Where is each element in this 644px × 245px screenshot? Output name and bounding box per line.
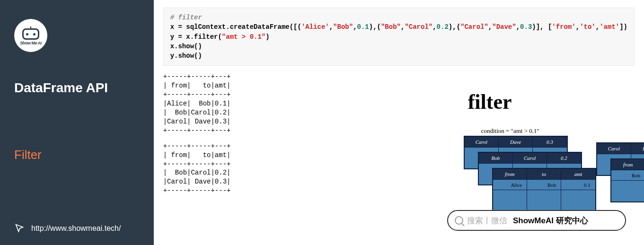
content: # filter x = sqlContext.createDataFrame(… (154, 0, 644, 245)
output-table-x: +-----+-----+---+ | from| to|amt| +-----… (163, 72, 635, 135)
logo-text: Show Me AI (20, 41, 41, 45)
stack-left: CarolDave0.3 BobCarol0.2 fromtoamt Alice… (464, 136, 596, 221)
search-icon (455, 216, 463, 225)
diagram-title: filter (468, 90, 512, 114)
logo: Show Me AI (14, 19, 140, 52)
stack-right: CarolDave0.3 fromtoamt BobCarol0.2 (596, 142, 644, 218)
footer: http://www.showmeai.tech/ (14, 223, 121, 234)
page-title: DataFrame API (14, 80, 140, 96)
sidebar: Show Me AI DataFrame API Filter http://w… (0, 0, 154, 245)
diagram-condition: condition = "amt > 0.1" (481, 127, 539, 135)
search-pill: 搜索丨微信 ShowMeAI 研究中心 (447, 210, 626, 231)
cursor-icon (14, 223, 25, 234)
search-brand: ShowMeAI 研究中心 (513, 215, 588, 226)
page-subtitle: Filter (14, 148, 140, 162)
search-hint: 搜索丨微信 (467, 215, 507, 226)
site-url: http://www.showmeai.tech/ (31, 224, 121, 233)
code-block: # filter x = sqlContext.createDataFrame(… (163, 8, 635, 66)
